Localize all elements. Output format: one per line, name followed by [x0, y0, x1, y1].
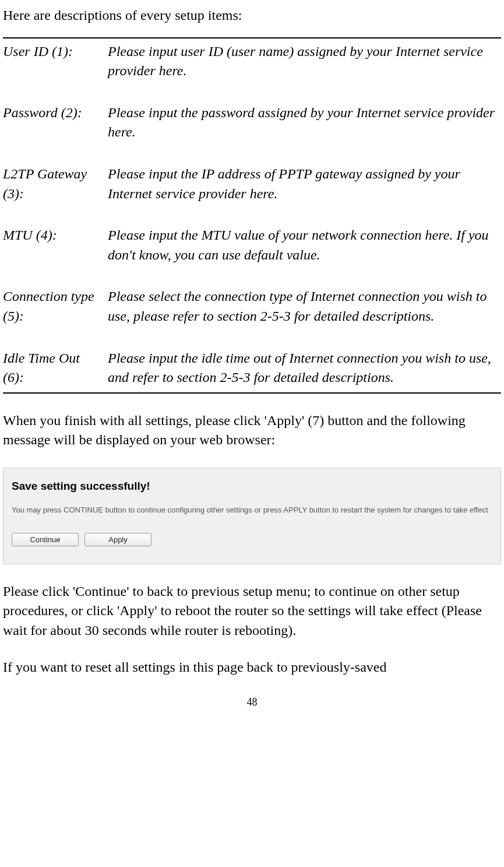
- spacer: [3, 269, 501, 282]
- save-dialog: Save setting successfully! You may press…: [3, 468, 501, 564]
- def-desc: Please select the connection type of Int…: [108, 287, 501, 326]
- apply-button[interactable]: Apply: [84, 533, 151, 546]
- def-row-idle-time-out: Idle Time Out (6): Please input the idle…: [3, 344, 501, 392]
- def-row-l2tp-gateway: L2TP Gateway (3): Please input the IP ad…: [3, 160, 501, 208]
- def-row-mtu: MTU (4): Please input the MTU value of y…: [3, 221, 501, 269]
- paragraph-continue-instruction: Please click 'Continue' to back to previ…: [3, 582, 501, 641]
- def-desc: Please input the password assigned by yo…: [108, 103, 501, 142]
- spacer: [3, 147, 501, 160]
- paragraph-apply-instruction: When you finish with all settings, pleas…: [3, 411, 501, 450]
- dialog-title: Save setting successfully!: [12, 479, 492, 494]
- def-row-user-id: User ID (1): Please input user ID (user …: [3, 38, 501, 86]
- def-term: User ID (1):: [3, 42, 108, 81]
- def-term: Connection type (5):: [3, 287, 108, 326]
- spacer: [3, 331, 501, 344]
- def-desc: Please input user ID (user name) assigne…: [108, 42, 501, 81]
- def-desc: Please input the idle time out of Intern…: [108, 349, 501, 388]
- page-number: 48: [3, 695, 501, 710]
- continue-button[interactable]: Continue: [12, 533, 79, 546]
- def-row-connection-type: Connection type (5): Please select the c…: [3, 282, 501, 331]
- def-term: Password (2):: [3, 103, 108, 142]
- intro-text: Here are descriptions of every setup ite…: [3, 6, 501, 26]
- definitions-table: User ID (1): Please input user ID (user …: [3, 37, 501, 394]
- dialog-text: You may press CONTINUE button to continu…: [12, 505, 492, 515]
- def-term: Idle Time Out (6):: [3, 349, 108, 388]
- def-term: MTU (4):: [3, 226, 108, 265]
- paragraph-reset-instruction: If you want to reset all settings in thi…: [3, 658, 501, 678]
- def-term: L2TP Gateway (3):: [3, 164, 108, 203]
- def-desc: Please input the IP address of PPTP gate…: [108, 164, 501, 203]
- spacer: [3, 86, 501, 99]
- dialog-button-row: Continue Apply: [12, 533, 492, 546]
- def-row-password: Password (2): Please input the password …: [3, 99, 501, 147]
- spacer: [3, 208, 501, 221]
- def-desc: Please input the MTU value of your netwo…: [108, 226, 501, 265]
